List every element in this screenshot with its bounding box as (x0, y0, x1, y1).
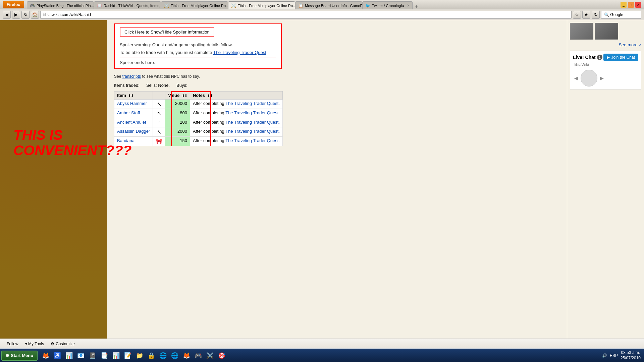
tab-favicon-1: 🎮 (30, 3, 35, 8)
spoiler-box: Click Here to Show/Hide Spoiler Informat… (114, 23, 282, 69)
tab-playstation[interactable]: 🎮 PlayStation Blog : The official Pla...… (27, 1, 94, 9)
taskbar-app-8[interactable]: 📝 (122, 351, 133, 361)
spoiler-warning: Spoiler warning: Quest and/or game spoil… (120, 42, 276, 47)
maximize-btn[interactable]: □ (628, 2, 634, 8)
notes-link-5[interactable]: The Traveling Trader Quest. (225, 138, 280, 143)
sort-arrow-value[interactable]: ⬆⬇ (182, 94, 187, 98)
taskbar-app-6[interactable]: 📑 (99, 351, 110, 361)
taskbar-app-1[interactable]: 🦊 (40, 351, 51, 361)
table-row: Ancient Amulet ↑ 200 After completing Th… (114, 118, 283, 127)
spoiler-trade-text: To be able to trade with him, you must c… (120, 50, 276, 55)
tab-favicon-6: 🐦 (365, 3, 370, 8)
forward-button[interactable]: ▶ (12, 11, 20, 19)
address-bar[interactable]: tibia.wikia.com/wiki/Rashid (40, 11, 572, 19)
table-header-row: Item ⬆⬇ Value ⬆⬇ Notes ⬆⬇ (114, 92, 283, 100)
new-tab-button[interactable]: + (413, 3, 420, 9)
buys-label: Buys: (176, 83, 187, 88)
notes-link-1[interactable]: The Traveling Trader Quest. (225, 101, 280, 106)
taskbar-app-5[interactable]: 📓 (87, 351, 98, 361)
prev-avatar-button[interactable]: ◀ (573, 75, 579, 81)
value-cell-4: 2000 (165, 127, 190, 137)
taskbar-app-10[interactable]: 🔒 (146, 351, 157, 361)
spoiler-toggle-button[interactable]: Click Here to Show/Hide Spoiler Informat… (120, 27, 214, 37)
reload-button[interactable]: ↻ (21, 11, 30, 19)
notes-cell-4: After completing The Traveling Trader Qu… (190, 127, 282, 137)
item-link-3[interactable]: Ancient Amulet (117, 120, 146, 125)
tab-close-6[interactable]: ✕ (407, 4, 410, 7)
taskbar-app-15[interactable]: ⚔️ (205, 351, 215, 361)
tab-label-6: Twitter / Cronología (372, 4, 404, 8)
see-more-link[interactable]: See more > (570, 42, 641, 47)
star-icon[interactable]: ☆ (573, 11, 581, 19)
notes-link-3[interactable]: The Traveling Trader Quest. (225, 120, 280, 125)
col-notes[interactable]: Notes ⬆⬇ (190, 92, 282, 100)
bookmark-icon[interactable]: ★ (582, 11, 590, 19)
close-btn[interactable]: ✕ (635, 2, 641, 8)
browser-controls-right: ☆ ★ ↻ 🔍 Google (573, 11, 641, 19)
icon-cell-3: ↑ (153, 118, 165, 127)
table-row: Assassin Dagger ↖ 2000 After completing … (114, 127, 283, 137)
taskbar-app-16[interactable]: 🎯 (216, 351, 227, 361)
spoiler-divider-top (120, 40, 276, 40)
taskbar-app-3[interactable]: 📊 (64, 351, 74, 361)
tab-favicon-4: ⚔️ (231, 3, 236, 8)
start-button[interactable]: ⊞ Start Menu (1, 351, 38, 361)
my-tools-menu[interactable]: ▾ My Tools (25, 342, 44, 346)
back-button[interactable]: ◀ (3, 11, 11, 19)
left-panel: THIS IS CONVENIENT??? (0, 20, 107, 349)
join-chat-button[interactable]: ▶ Join the Chat (603, 54, 638, 61)
tab-tibia2-active[interactable]: ⚔️ Tibia - Free Multiplayer Online Ro...… (228, 1, 295, 9)
minimize-btn[interactable]: _ (621, 2, 627, 8)
title-bar: Firefox 🎮 PlayStation Blog : The officia… (0, 0, 644, 9)
taskbar-app-7[interactable]: 📊 (111, 351, 121, 361)
customize-option[interactable]: ⚙ Customize (51, 342, 75, 346)
refresh-btn[interactable]: ↻ (592, 11, 600, 19)
item-link-5[interactable]: Bandana (117, 138, 135, 143)
live-chat-box: Live! Chat 1 ▶ Join the Chat TibiaWiki ◀… (570, 51, 641, 89)
taskbar-app-13[interactable]: 🦊 (181, 351, 192, 361)
col-item[interactable]: Item ⬆⬇ (114, 92, 153, 100)
lang-indicator: ESP (610, 353, 618, 358)
tab-favicon-3: ⚔️ (164, 3, 169, 8)
notes-link-4[interactable]: The Traveling Trader Quest. (225, 129, 280, 134)
next-avatar-button[interactable]: ▶ (599, 75, 605, 81)
taskbar-app-11[interactable]: 🌐 (158, 351, 168, 361)
traveling-trader-quest-link[interactable]: The Traveling Trader Quest (213, 50, 266, 55)
taskbar-app-12[interactable]: 🌐 (169, 351, 180, 361)
transcripts-link[interactable]: transcripts (122, 74, 141, 79)
tab-rashid[interactable]: 📖 Rashid - TibiaWiki - Quests, Items, Sp… (94, 1, 161, 9)
tab-tibia1[interactable]: ⚔️ Tibia - Free Multiplayer Online Ro...… (161, 1, 228, 9)
notes-link-2[interactable]: The Traveling Trader Quest. (225, 110, 280, 115)
start-label: Start Menu (11, 353, 33, 358)
search-box[interactable]: 🔍 Google (601, 11, 641, 19)
gear-icon: ⚙ (51, 342, 54, 346)
taskbar-app-4[interactable]: 📧 (75, 351, 86, 361)
col-value[interactable]: Value ⬆⬇ (165, 92, 190, 100)
item-link-1[interactable]: Abyss Hammer (117, 101, 147, 106)
tab-label-3: Tibia - Free Multiplayer Online Ro... (171, 4, 228, 8)
value-cell-1: 20000 (165, 100, 190, 109)
notes-cell-3: After completing The Traveling Trader Qu… (190, 118, 282, 127)
chat-avatar-area: ◀ ▶ (573, 70, 638, 86)
tab-gamefaqs[interactable]: 📋 Message Board User Info - GameFAQs ✕ (295, 1, 362, 9)
icon-cell-2: ↖ (153, 109, 165, 118)
volume-icon[interactable]: 🔊 (602, 353, 607, 358)
icon-cell-1: ↖ (153, 100, 165, 109)
sort-arrow-item[interactable]: ⬆⬇ (128, 94, 133, 98)
wikia-toolbar: Follow ▾ My Tools ⚙ Customize (0, 339, 644, 349)
taskbar-app-2[interactable]: ♿ (52, 351, 63, 361)
my-tools-label: ▾ My Tools (25, 342, 44, 346)
sidebar-img-2 (595, 23, 618, 40)
value-cell-3: 200 (165, 118, 190, 127)
sort-arrow-notes[interactable]: ⬆⬇ (207, 94, 213, 98)
firefox-menu[interactable]: Firefox (3, 1, 24, 8)
item-link-2[interactable]: Amber Staff (117, 110, 140, 115)
tab-twitter[interactable]: 🐦 Twitter / Cronología ✕ (362, 1, 413, 9)
taskbar: ⊞ Start Menu 🦊 ♿ 📊 📧 📓 📑 📊 📝 📁 🔒 🌐 🌐 🦊 🎮… (0, 349, 644, 362)
item-link-4[interactable]: Assassin Dagger (117, 129, 150, 134)
follow-link[interactable]: Follow (7, 342, 18, 346)
taskbar-app-14[interactable]: 🎮 (193, 351, 204, 361)
tab-label-4: Tibia - Free Multiplayer Online Ro... (238, 4, 295, 8)
home-button[interactable]: 🏠 (31, 11, 39, 19)
taskbar-app-9[interactable]: 📁 (134, 351, 145, 361)
